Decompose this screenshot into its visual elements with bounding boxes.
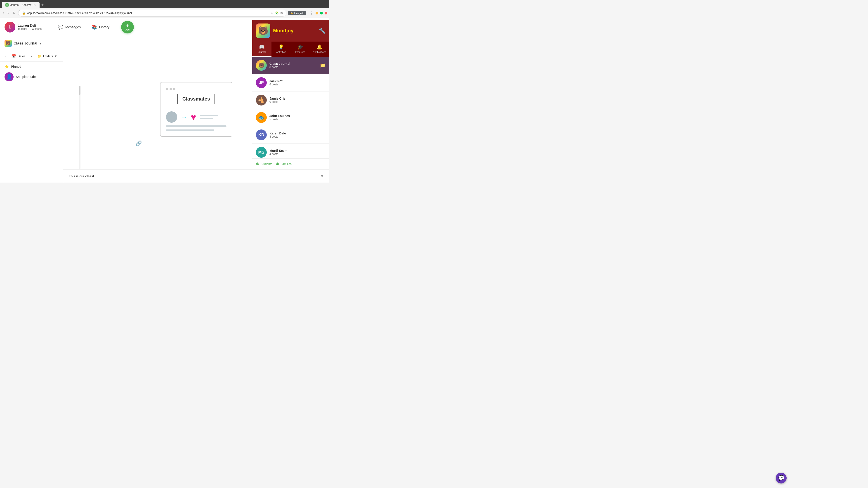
active-tab[interactable]: S Journal - Seesaw ✕ <box>2 2 39 8</box>
student-item-karen-dale[interactable]: KD Karen Dale 4 posts <box>252 126 329 144</box>
student-avatar-jl: 🐟 <box>256 112 267 123</box>
student-posts-ms: 4 posts <box>270 153 287 156</box>
student-posts-jp: 6 posts <box>270 83 283 86</box>
families-icon: ⊕ <box>276 161 279 166</box>
tab-progress[interactable]: 🎓 Progress <box>291 41 310 57</box>
pinned-student-avatar: 👤 <box>4 72 13 81</box>
class-selector[interactable]: 🐻 Class Journal ▼ <box>4 40 42 47</box>
folders-chevron-icon: ▼ <box>54 55 57 58</box>
forward-button[interactable]: › <box>6 10 9 16</box>
progress-tab-label: Progress <box>295 51 305 53</box>
student-avatar-kd: KD <box>256 129 267 140</box>
tab-journal[interactable]: 📖 Journal <box>252 41 272 57</box>
address-bar[interactable]: 🔒 app.seesaw.me/#/class/class.e01bf4c2-9… <box>18 10 287 17</box>
moodjoy-header: 🐻 Moodjoy 🔧 <box>252 20 329 41</box>
add-button[interactable]: + Add <box>121 21 134 33</box>
library-link[interactable]: 📚 Library <box>89 23 112 32</box>
moodjoy-title: Moodjoy <box>273 28 293 34</box>
card-title: Classmates <box>178 94 215 104</box>
tab-activities[interactable]: 💡 Activities <box>272 41 291 57</box>
families-button[interactable]: ⊕ Families <box>276 161 291 166</box>
student-item-john-louises[interactable]: 🐟 John Louises 5 posts <box>252 109 329 126</box>
moodjoy-logo: 🐻 <box>256 24 270 38</box>
families-label: Families <box>281 162 291 166</box>
back-nav-icon: ‹ <box>5 55 6 58</box>
sidebar-icon[interactable]: ⧉ <box>281 11 283 15</box>
card-dots <box>166 88 226 90</box>
pinned-section: ⭐ Pinned 👤 Sample Student <box>0 62 63 86</box>
wrench-icon[interactable]: 🔧 <box>319 28 326 34</box>
tab-title: Journal - Seesaw <box>10 3 31 6</box>
student-avatar-jp: JP <box>256 77 267 88</box>
student-name-kd: Karen Dale <box>270 131 286 135</box>
student-item-jamie-cris[interactable]: 🐴 Jamie Cris 0 posts <box>252 92 329 109</box>
user-info: L Lauren Deli Teacher - 2 Classes <box>4 22 50 33</box>
reload-button[interactable]: ↻ <box>11 10 16 16</box>
student-name-jc: Jamie Cris <box>270 97 285 100</box>
card-line-2 <box>200 118 213 119</box>
student-item-mordi-seem[interactable]: MS Mordi Seem 4 posts <box>252 144 329 158</box>
moodjoy-panel: 🐻 Moodjoy 🔧 📖 Journal 💡 Activities 🎓 Pro… <box>252 20 329 169</box>
close-button[interactable] <box>324 12 327 14</box>
dot-1 <box>166 88 168 90</box>
folders-button[interactable]: 📁 Folders ▼ <box>35 53 59 60</box>
bookmark-icon[interactable]: ☆ <box>271 11 273 15</box>
journal-tab-icon: 📖 <box>259 44 265 50</box>
class-journal-item[interactable]: 🐻 Class Journal 8 posts 📁 <box>252 57 329 74</box>
window-controls <box>315 12 327 14</box>
student-avatar-ms: MS <box>256 147 267 158</box>
students-button[interactable]: ⊕ Students <box>256 161 272 166</box>
calendar-icon: 📅 <box>12 54 16 58</box>
tab-notifications[interactable]: 🔔 Notifications <box>310 41 329 57</box>
dates-label: Dates <box>18 55 25 58</box>
journal-tab-label: Journal <box>258 51 266 53</box>
back-nav-button[interactable]: ‹ <box>4 53 8 59</box>
caption-text: This is our class! <box>69 174 94 178</box>
extensions-icon[interactable]: 🧩 <box>275 11 279 15</box>
class-journal-posts: 8 posts <box>270 66 290 69</box>
avatar: L <box>4 22 16 33</box>
minimize-button[interactable] <box>315 12 318 14</box>
add-label: Add <box>125 29 129 31</box>
folder-nav-icon: 📁 <box>37 54 42 58</box>
pinned-student-name: Sample Student <box>16 75 38 78</box>
incognito-badge: 🕵 Incognito <box>288 11 306 15</box>
forward-nav-button[interactable]: › <box>29 53 33 59</box>
toolbar: ‹ 📅 Dates › 📁 Folders ▼ ⚙ <box>0 51 63 62</box>
card-line-3 <box>166 125 226 127</box>
students-icon: ⊕ <box>256 161 259 166</box>
back-button[interactable]: ‹ <box>2 10 5 16</box>
pinned-label: Pinned <box>11 65 22 68</box>
student-name-ms: Mordi Seem <box>270 149 287 153</box>
class-journal-name: Class Journal <box>270 62 290 66</box>
new-tab-button[interactable]: + <box>39 2 46 8</box>
student-avatar-jc: 🐴 <box>256 95 267 105</box>
scroll-thumb[interactable] <box>79 86 81 95</box>
messages-link[interactable]: 💬 Messages <box>55 23 84 32</box>
folder-icon[interactable]: 📁 <box>320 63 326 68</box>
tab-favicon: S <box>5 3 8 6</box>
student-posts-jc: 0 posts <box>270 100 285 103</box>
student-name-jp: Jack Pot <box>270 79 283 83</box>
scroll-bar[interactable] <box>79 86 81 169</box>
post-caption: This is our class! ▼ <box>63 169 329 183</box>
pinned-student[interactable]: 👤 Sample Student <box>4 70 59 83</box>
student-posts-kd: 4 posts <box>270 135 286 138</box>
tab-close-button[interactable]: ✕ <box>33 3 36 7</box>
tab-bar: S Journal - Seesaw ✕ + <box>0 0 329 8</box>
app: L Lauren Deli Teacher - 2 Classes 💬 Mess… <box>0 18 329 183</box>
user-name: Lauren Deli <box>18 24 41 27</box>
dates-button[interactable]: 📅 Dates <box>10 53 27 60</box>
address-text: app.seesaw.me/#/class/class.e01bf4c2-9a2… <box>27 11 269 15</box>
maximize-button[interactable] <box>320 12 323 14</box>
classmates-card: Classmates → ♥ <box>160 82 232 137</box>
class-name: Class Journal <box>13 41 37 45</box>
student-item-jack-pot[interactable]: JP Jack Pot 6 posts <box>252 74 329 92</box>
caption-expand-icon[interactable]: ▼ <box>320 174 324 178</box>
browser-menu-button[interactable]: ⋮ <box>310 11 314 15</box>
left-sidebar: 🐻 Class Journal ▼ ‹ 📅 Dates › 📁 <box>0 36 63 183</box>
moodjoy-footer: ⊕ Students ⊕ Families <box>252 158 329 169</box>
notifications-tab-label: Notifications <box>313 51 327 53</box>
dot-3 <box>173 88 176 90</box>
link-icon[interactable]: 🔗 <box>135 140 142 147</box>
